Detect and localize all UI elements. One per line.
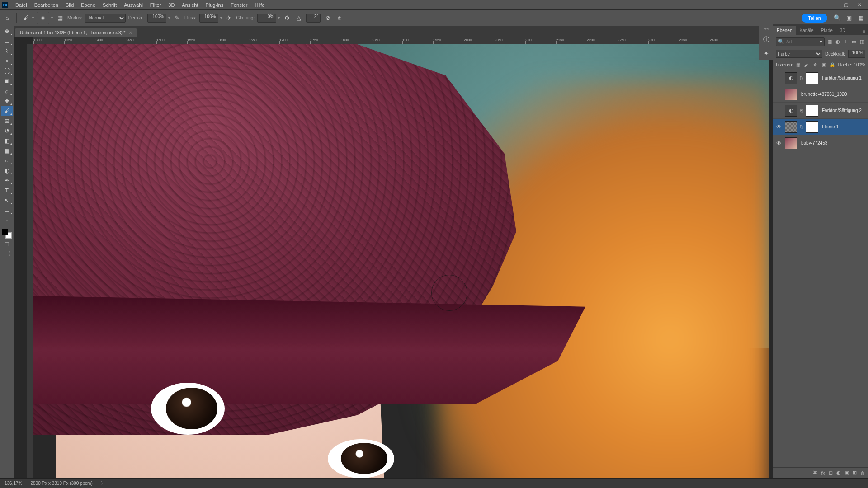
move-tool-icon[interactable]: ✥ [1,26,13,36]
lock-position-icon[interactable]: ✥ [811,61,819,68]
filter-smart-icon[interactable]: ◫ [859,38,865,46]
shape-tool-icon[interactable]: ▭ [1,205,13,215]
adjustment-layer-icon[interactable]: ◐ [836,470,841,476]
menu-plugins[interactable]: Plug-ins [202,1,227,9]
layer-row[interactable]: 👁baby-772453 [773,135,868,151]
brush-tool-icon[interactable]: 🖌 [21,14,30,23]
horizontal-ruler[interactable]: 1300135014001450150015501600165017001750… [33,37,773,44]
menu-3d[interactable]: 3D [165,1,178,9]
layer-row[interactable]: brunette-487061_1920 [773,86,868,103]
menu-fenster[interactable]: Fenster [227,1,251,9]
filter-type-icon[interactable]: T [843,38,849,46]
layer-blend-select[interactable]: Farbe [776,50,822,58]
opacity-input[interactable]: 100% [147,14,166,23]
mask-thumb[interactable] [806,121,818,133]
window-minimize-icon[interactable]: — [826,1,839,9]
lock-nested-icon[interactable]: ▣ [820,61,827,68]
pen-tool-icon[interactable]: ✒ [1,175,13,185]
menu-hilfe[interactable]: Hilfe [251,1,268,9]
panel-menu-icon[interactable]: ≡ [860,28,868,35]
canvas[interactable] [33,44,769,478]
layer-fx-icon[interactable]: fx [821,470,825,476]
menu-schrift[interactable]: Schrift [99,1,120,9]
panels-icon[interactable]: ▦ [856,14,865,23]
mask-link-icon[interactable]: ⎘ [799,124,804,129]
flow-input[interactable]: 100% [199,14,218,23]
layer-row[interactable]: ◐⎘Farbton/Sättigung 1 [773,70,868,86]
symmetry-icon[interactable]: ⎋ [335,14,344,23]
eyedropper-tool-icon[interactable]: ⌕ [1,86,13,96]
layer-filter-search[interactable]: 🔍 ▾ [776,37,825,46]
filter-adjust-icon[interactable]: ◐ [835,38,841,46]
layer-thumb[interactable] [785,137,797,149]
more-tools-icon[interactable]: ⋯ [1,215,13,225]
layer-name[interactable]: Farbton/Sättigung 1 [822,75,862,80]
visibility-icon[interactable]: 👁 [775,124,783,130]
quickmask-icon[interactable]: ◻ [1,239,13,249]
eraser-tool-icon[interactable]: ◧ [1,136,13,145]
home-icon[interactable]: ⌂ [3,14,12,23]
angle-icon[interactable]: △ [294,14,303,23]
layer-thumb[interactable] [785,89,797,100]
history-brush-icon[interactable]: ↺ [1,126,13,136]
layer-name[interactable]: baby-772453 [801,141,827,145]
chevron-down-icon[interactable]: ▾ [278,16,280,20]
info-panel-icon[interactable]: ⓘ [762,35,771,44]
delete-layer-icon[interactable]: 🗑 [860,470,865,476]
link-layers-icon[interactable]: ⌘ [812,470,817,476]
pressure-size-icon[interactable]: ⊘ [323,14,332,23]
menu-bearbeiten[interactable]: Bearbeiten [31,1,62,9]
tab-3d[interactable]: 3D [836,26,849,35]
chevron-down-icon[interactable]: ▾ [220,16,222,20]
fill-input[interactable]: 100% [854,62,865,67]
wand-tool-icon[interactable]: ✧ [1,56,13,66]
layer-row[interactable]: ◐⎘Farbton/Sättigung 2 [773,103,868,119]
layer-opacity-input[interactable]: 100% [848,50,865,58]
screenmode-icon[interactable]: ⛶ [1,249,13,258]
blend-mode-select[interactable]: Normal [85,14,126,23]
pressure-opacity-icon[interactable]: ✎ [173,14,182,23]
close-tab-icon[interactable]: × [129,30,132,35]
brush-panel-icon[interactable]: ▦ [56,14,65,23]
dodge-tool-icon[interactable]: ◐ [1,165,13,175]
mask-thumb[interactable] [806,72,818,84]
group-icon[interactable]: ▣ [844,470,849,476]
info-chevron-icon[interactable]: 〉 [101,480,105,487]
menu-filter[interactable]: Filter [146,1,165,9]
tab-pfade[interactable]: Pfade [817,26,836,35]
layer-filter-input[interactable] [786,39,818,44]
heal-tool-icon[interactable]: ✚ [1,96,13,106]
mask-link-icon[interactable]: ⎘ [799,108,804,113]
stamp-tool-icon[interactable]: ⊞ [1,116,13,126]
menu-ebene[interactable]: Ebene [77,1,99,9]
lock-pixels-icon[interactable]: 🖌 [803,61,810,68]
filter-shape-icon[interactable]: ▭ [851,38,857,46]
layer-row[interactable]: 👁⎘Ebene 1 [773,119,868,135]
share-button[interactable]: Teilen [802,14,827,23]
airbrush-icon[interactable]: ✈ [225,14,234,23]
adjustment-thumb-icon[interactable]: ◐ [785,72,797,84]
chevron-down-icon[interactable]: ▾ [51,16,53,20]
gradient-tool-icon[interactable]: ▦ [1,145,13,155]
type-tool-icon[interactable]: T [1,185,13,195]
layer-name[interactable]: brunette-487061_1920 [801,92,847,97]
visibility-icon[interactable]: 👁 [775,140,783,146]
layer-name[interactable]: Ebene 1 [822,124,839,129]
chevron-down-icon[interactable]: ▾ [820,39,822,45]
crop-tool-icon[interactable]: ⛶ [1,66,13,76]
mask-link-icon[interactable]: ⎘ [799,75,804,80]
layer-thumb[interactable] [785,121,797,133]
smoothing-settings-icon[interactable]: ⚙ [283,14,292,23]
zoom-level[interactable]: 136,17% [5,481,22,486]
brush-preset-picker[interactable] [37,12,49,24]
chevron-down-icon[interactable]: ▾ [168,16,170,20]
new-layer-icon[interactable]: ⊞ [853,470,857,476]
tab-ebenen[interactable]: Ebenen [773,26,796,35]
smoothing-input[interactable]: 0% [257,14,276,23]
menu-auswahl[interactable]: Auswahl [120,1,146,9]
mask-thumb[interactable] [806,105,818,117]
lasso-tool-icon[interactable]: ⌇ [1,46,13,56]
document-tab[interactable]: Unbenannt-1 bei 136% (Ebene 1, Ebenenmas… [15,28,137,37]
frame-tool-icon[interactable]: ▣ [1,76,13,86]
adjustment-thumb-icon[interactable]: ◐ [785,105,797,117]
